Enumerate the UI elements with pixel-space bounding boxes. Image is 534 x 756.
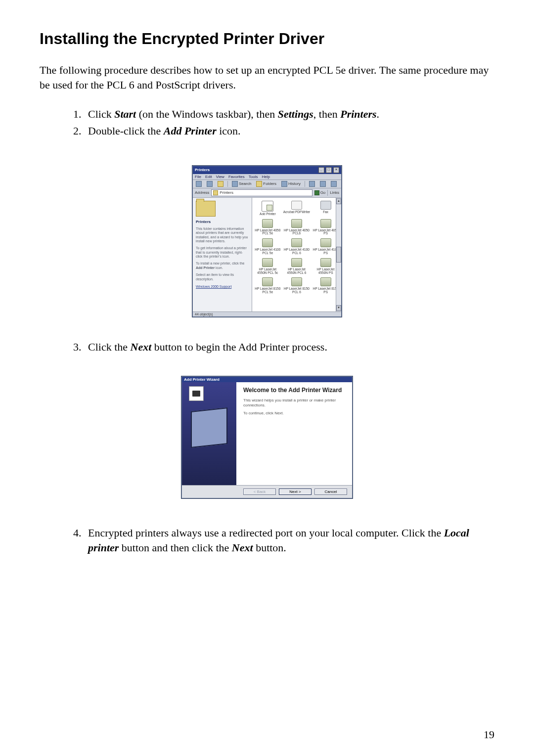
item-label: Acrobat PDFWriter: [283, 211, 311, 214]
wizard-titlebar[interactable]: Add Printer Wizard: [182, 377, 352, 382]
printer-icon: [320, 258, 331, 267]
support-link[interactable]: Windows 2000 Support: [196, 285, 231, 288]
close-button[interactable]: ×: [333, 167, 339, 173]
intro-paragraph: The following procedure describes how to…: [40, 63, 494, 92]
scrollbar[interactable]: ▲ ▼: [336, 198, 341, 311]
arrow-right-icon: [207, 181, 213, 187]
printer-icon: [262, 258, 273, 267]
step-text: Encrypted printers always use a redirect…: [88, 527, 444, 539]
printer-icon: [291, 238, 302, 247]
item-label: HP LaserJet 4050 PCL 5e: [254, 229, 281, 236]
step-4: Encrypted printers always use a redirect…: [84, 526, 494, 555]
window-titlebar[interactable]: Printers _ □ ×: [193, 166, 341, 174]
maximize-button[interactable]: □: [326, 167, 332, 173]
address-value: Printers: [220, 190, 233, 195]
wizard-content: Welcome to the Add Printer Wizard This w…: [236, 382, 352, 485]
printer-large-icon: [191, 408, 227, 448]
printer-item[interactable]: HP LaserJet 8150 PCL 6: [283, 277, 311, 294]
window-body: Printers This folder contains informatio…: [193, 198, 341, 311]
section-heading: Installing the Encrypted Printer Driver: [40, 30, 494, 48]
sidebar-text: Select an item to view its description.: [196, 273, 249, 281]
menu-edit[interactable]: Edit: [205, 175, 212, 179]
webview-sidebar: Printers This folder contains informatio…: [193, 198, 252, 311]
tool-button[interactable]: [319, 181, 327, 187]
folders-button[interactable]: Folders: [255, 181, 277, 187]
menu-tools[interactable]: Tools: [249, 175, 258, 179]
printer-item[interactable]: HP LaserJet 4050 PS: [312, 219, 339, 236]
add-printer-item[interactable]: Add Printer: [254, 201, 281, 216]
printer-item[interactable]: HP LaserJet 4100 PCL 6: [283, 238, 311, 255]
printer-item[interactable]: Acrobat PDFWriter: [283, 201, 311, 216]
scroll-down-icon[interactable]: ▼: [336, 305, 341, 311]
next-button[interactable]: Next >: [279, 489, 312, 495]
history-button[interactable]: History: [280, 181, 302, 187]
item-label: HP LaserJet 4100 PCL 6: [283, 248, 311, 255]
address-bar: Address Printers Go Links: [193, 188, 341, 198]
go-button[interactable]: Go: [314, 190, 326, 195]
item-label: HP LaserJet 4550N PS: [312, 268, 339, 275]
sidebar-text-bold: Add Printer: [196, 266, 215, 269]
step-emphasis: Next: [232, 541, 253, 554]
item-label: HP LaserJet 8150 PCL 5e: [254, 287, 281, 294]
step-emphasis: Settings: [278, 108, 313, 120]
menu-favorites[interactable]: Favorites: [228, 175, 245, 179]
tool-button[interactable]: [308, 181, 316, 187]
cancel-button[interactable]: Cancel: [314, 489, 347, 495]
printer-icon: [320, 277, 331, 286]
document-page: Installing the Encrypted Printer Driver …: [0, 0, 534, 756]
printer-icon: [320, 219, 331, 228]
address-label: Address: [195, 190, 209, 195]
step-list: Encrypted printers always use a redirect…: [40, 526, 494, 555]
scroll-thumb[interactable]: [336, 247, 341, 263]
printer-item[interactable]: HP LaserJet 4050 PCL6: [283, 219, 311, 236]
back-button[interactable]: [195, 181, 203, 187]
step-1: Click Start (on the Windows taskbar), th…: [84, 107, 494, 122]
menu-file[interactable]: File: [195, 175, 201, 179]
add-printer-wizard-window: Add Printer Wizard Welcome to the Add Pr…: [181, 376, 353, 498]
step-list: Click the Next button to begin the Add P…: [40, 340, 494, 355]
menu-view[interactable]: View: [216, 175, 224, 179]
step-text: Click: [88, 108, 114, 120]
printer-item[interactable]: HP LaserJet 4550N PCL 6: [283, 258, 311, 275]
minimize-button[interactable]: _: [318, 167, 324, 173]
menu-help[interactable]: Help: [262, 175, 269, 179]
printer-item[interactable]: Fax: [312, 201, 339, 216]
printer-item[interactable]: HP LaserJet 4050 PCL 5e: [254, 219, 281, 236]
item-label: HP LaserJet 4050 PCL6: [283, 229, 311, 236]
item-label: HP LaserJet 8150 PCL 6: [283, 287, 311, 294]
step-text: Click the: [88, 341, 131, 353]
printer-icon: [291, 258, 302, 267]
step-emphasis: Add Printer: [164, 125, 217, 137]
tool-button[interactable]: [330, 181, 338, 187]
page-number: 19: [484, 728, 494, 741]
links-label[interactable]: Links: [330, 190, 339, 195]
wizard-heading: Welcome to the Add Printer Wizard: [243, 387, 345, 394]
printer-item[interactable]: HP LaserJet 4550N PCL 5c: [254, 258, 281, 275]
printer-icon: [262, 219, 273, 228]
printer-item[interactable]: HP LaserJet 4550N PS: [312, 258, 339, 275]
go-label: Go: [320, 190, 326, 195]
sidebar-text: To get information about a printer that …: [196, 246, 249, 259]
folder-icon: [196, 201, 216, 217]
printer-item[interactable]: HP LaserJet 8150 PCL 5e: [254, 277, 281, 294]
scroll-up-icon[interactable]: ▲: [336, 198, 341, 204]
printer-item[interactable]: HP LaserJet 8150 PS: [312, 277, 339, 294]
item-label: HP LaserJet 4100 PS: [312, 248, 339, 255]
toolbar-separator: [327, 190, 328, 196]
step-emphasis: Next: [131, 341, 152, 353]
search-button[interactable]: Search: [231, 181, 252, 187]
toolbar: Search Folders History: [193, 180, 341, 188]
printer-item[interactable]: HP LaserJet 4100 PS: [312, 238, 339, 255]
printer-icon: [291, 219, 302, 228]
step-text: button to begin the Add Printer process.: [151, 341, 327, 353]
tool-icon: [320, 181, 326, 187]
up-button[interactable]: [217, 181, 224, 187]
printer-small-icon: [189, 386, 204, 401]
item-label: HP LaserJet 4100 PCL 5e: [254, 248, 281, 255]
step-text: icon.: [217, 125, 241, 137]
forward-button[interactable]: [206, 181, 214, 187]
printer-item[interactable]: HP LaserJet 4100 PCL 5e: [254, 238, 281, 255]
sidebar-text-span: To install a new printer, click the: [196, 262, 244, 265]
address-field[interactable]: Printers: [211, 189, 312, 196]
status-bar: 44 object(s): [193, 311, 341, 316]
